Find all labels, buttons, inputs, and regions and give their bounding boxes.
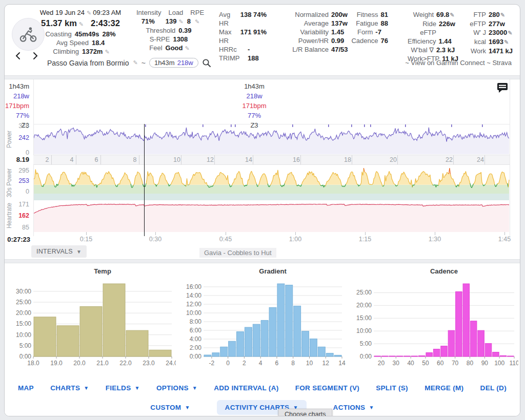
edit-icon[interactable]: ✎ <box>79 21 84 27</box>
stat-pair: Form-7 <box>357 28 388 36</box>
time-tick-mark <box>365 232 366 235</box>
menu-fields[interactable]: FIELDS▼ <box>103 382 143 394</box>
menu-actions[interactable]: ACTIONS▼ <box>330 402 377 413</box>
stat-pair: Average137w <box>275 19 355 28</box>
edit-icon[interactable]: ✎ <box>508 30 512 36</box>
svg-text:19.0: 19.0 <box>50 360 63 367</box>
stat-value: 76 <box>381 36 388 45</box>
stat-text: 09:23 AM <box>93 9 121 16</box>
svg-text:30:00: 30:00 <box>16 288 31 295</box>
svg-text:20: 20 <box>378 360 385 367</box>
stat-line: Threshold0.39 <box>133 26 205 35</box>
menu-del-d[interactable]: DEL (D) <box>477 382 510 394</box>
menu-split-s[interactable]: SPLIT (S) <box>373 382 411 394</box>
time-tick-label: 0:15 <box>80 236 92 243</box>
edit-icon[interactable]: ✎ <box>504 39 509 45</box>
stat-column-c2: Wed 19 Jun 24✎09:23 AM51.37 km✎2:43:32Co… <box>34 8 127 56</box>
distance-tick-line <box>139 155 139 164</box>
cadence-histogram: 0:005:0010:0015:0020:0025:00203040506070… <box>349 266 518 373</box>
stat-text: 51.37 km <box>41 18 77 28</box>
choose-charts-tooltip: Choose charts <box>278 409 332 416</box>
menu-options[interactable]: OPTIONS▼ <box>153 382 200 394</box>
stat-value: -7 <box>375 28 388 36</box>
chart-cursor-line[interactable] <box>144 124 145 236</box>
time-tick-label: 1:00 <box>289 236 301 243</box>
section-divider <box>5 75 520 79</box>
cadence-title: Cadence <box>430 267 458 275</box>
svg-text:30: 30 <box>393 360 400 367</box>
edit-icon[interactable]: ✎ <box>179 18 184 25</box>
menu-for-segment-v[interactable]: FOR SEGMENT (V) <box>292 382 362 394</box>
readout-line: 218w <box>5 91 29 101</box>
edit-title-icon[interactable]: ✎ <box>133 59 138 66</box>
stat-label: Fatigue <box>356 19 378 28</box>
time-tick-label: 0:45 <box>219 236 232 243</box>
interval-name-label[interactable]: Gavia - Cobbles to Hut <box>199 248 276 258</box>
stat-text: Avg Speed <box>56 39 89 47</box>
edit-icon[interactable]: ✎ <box>450 12 454 18</box>
edit-icon[interactable]: ✎ <box>500 12 505 18</box>
svg-text:40: 40 <box>407 360 414 367</box>
distance-tick-label: 6 <box>95 156 98 163</box>
edit-icon[interactable]: ✎ <box>185 45 190 51</box>
svg-text:8:00: 8:00 <box>190 318 202 325</box>
stat-text: 18.4 <box>92 39 105 47</box>
stat-pair: FTP280✎ <box>465 10 518 19</box>
distance-tick-label: 12 <box>207 156 214 163</box>
stat-line: Wed 19 Jun 24✎09:23 AM <box>34 8 127 17</box>
menu-label: DEL (D) <box>480 384 507 392</box>
stat-value: 88 <box>381 19 388 28</box>
menu-map[interactable]: MAP <box>15 382 37 394</box>
stat-line: Coasting45m49s28% <box>34 30 127 38</box>
external-links[interactable]: ~ View on Garmin Connect ~ Strava <box>405 59 512 67</box>
tooltip-line: 1h43m <box>234 81 275 91</box>
stat-line: Climbing1372m✎ <box>34 47 127 56</box>
distance-tick-line <box>181 155 181 164</box>
stat-value: 171 91% <box>240 28 267 45</box>
tooltip-line: 218w <box>234 91 275 101</box>
stat-pair: Cadence76 <box>357 36 388 45</box>
activity-page: Wed 19 Jun 24✎09:23 AM51.37 km✎2:43:32Co… <box>4 4 520 416</box>
svg-text:90: 90 <box>481 360 489 367</box>
edit-icon[interactable]: ✎ <box>195 18 199 25</box>
svg-text:2: 2 <box>243 360 246 367</box>
svg-text:6:00: 6:00 <box>190 327 202 334</box>
time-tick-mark <box>504 232 505 235</box>
stat-label: W'bal ∇ <box>411 46 434 54</box>
menu-row-primary: MAPCHARTS▼FIELDS▼OPTIONS▼ADD INTERVAL (A… <box>15 382 510 394</box>
stat-pair: HRRc- <box>219 45 270 54</box>
activity-chart-panel[interactable]: 1h43m218w171bpm77%Z3 1h43m218w171bpm77%Z… <box>5 79 520 259</box>
stat-text: 2:43:32 <box>91 18 120 28</box>
distance-tick-line <box>397 155 398 164</box>
svg-text:24.0: 24.0 <box>166 360 176 367</box>
interval-summary-pill[interactable]: 1h43m 218w <box>149 58 198 68</box>
edit-icon[interactable]: ✎ <box>105 49 109 55</box>
distance-cursor-value: 8.19 <box>10 156 29 163</box>
svg-text:6: 6 <box>275 360 279 367</box>
stat-label: eFTP <box>470 19 486 28</box>
svg-text:80: 80 <box>467 360 474 367</box>
chevron-down-icon: ▼ <box>84 385 89 391</box>
stat-text: 28% <box>103 30 116 38</box>
menu-charts[interactable]: CHARTS▼ <box>47 382 92 394</box>
cursor-tooltip: 1h43m218w171bpm77%Z3 <box>234 81 275 130</box>
stat-text: 8 <box>187 17 191 25</box>
chevron-left-icon <box>15 52 21 60</box>
stat-value: 23000✎ <box>489 28 518 37</box>
menu-merge-m[interactable]: MERGE (M) <box>421 382 467 394</box>
comment-icon[interactable] <box>497 82 508 93</box>
readout-line: 1h43m <box>5 81 29 91</box>
stat-value: 81 <box>381 10 388 19</box>
stat-text: S-RPE <box>150 35 170 43</box>
intervals-dropdown[interactable]: INTERVALS ▼ <box>31 245 87 258</box>
time-tick-mark <box>435 232 435 235</box>
chevron-down-icon: ▼ <box>134 385 139 391</box>
prev-activity-button[interactable] <box>14 51 22 61</box>
search-icon[interactable] <box>202 58 211 68</box>
y-tick-label: 162 <box>12 212 29 219</box>
edit-icon[interactable]: ✎ <box>87 10 91 16</box>
menu-custom[interactable]: CUSTOM▼ <box>147 402 193 413</box>
stat-value: 137w <box>331 19 355 28</box>
stat-line: Avg Speed18.4 <box>34 38 127 47</box>
menu-add-interval-a[interactable]: ADD INTERVAL (A) <box>211 382 281 394</box>
